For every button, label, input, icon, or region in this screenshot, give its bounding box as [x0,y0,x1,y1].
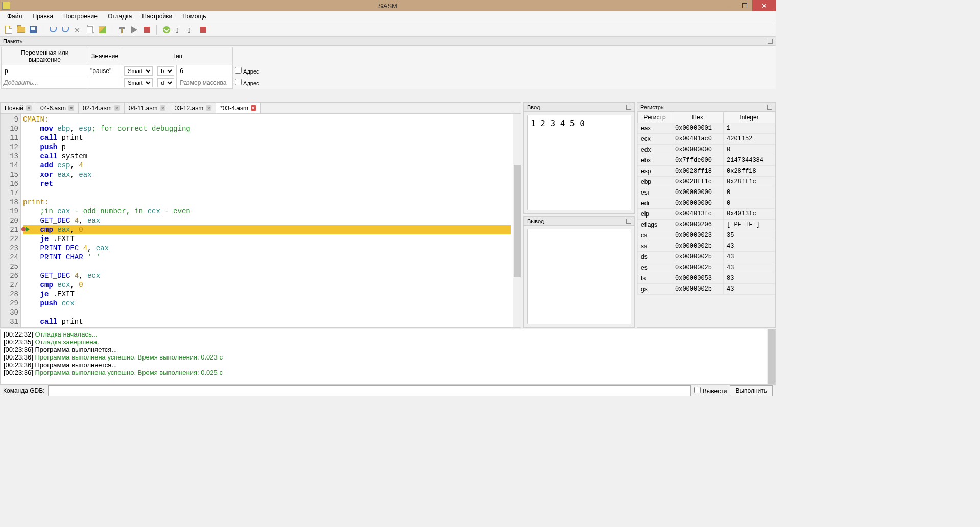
gdb-run-button[interactable]: Выполнить [730,385,773,396]
registers-title: Регистры [640,104,665,110]
menu-2[interactable]: Построение [58,11,103,22]
step-over-button[interactable] [173,24,184,35]
undo-button[interactable] [47,24,59,35]
register-row: eax0x000000011 [638,123,775,134]
reg-header-hex: Hex [672,112,724,123]
register-row: esp0x0028ff180x28ff18 [638,166,775,177]
mem-len-input[interactable] [179,66,230,76]
tab-close-icon[interactable]: ✕ [68,105,74,111]
mem-add-label[interactable]: Добавить... [4,79,38,86]
hammer-icon [118,26,126,33]
dock-icon[interactable] [768,39,773,44]
app-icon [2,2,10,10]
minimize-button[interactable] [722,0,737,11]
tab-close-icon[interactable]: ✕ [251,105,256,111]
mem-header-type: Тип [122,47,233,65]
gdb-input[interactable] [48,385,691,396]
register-row: ebx0x7ffde0002147344384 [638,155,775,166]
editor-scrollbar[interactable] [513,114,521,327]
mem-var-input[interactable] [4,66,86,76]
tools-icon [74,26,81,33]
build-button[interactable] [116,24,128,35]
copy-button[interactable] [84,24,95,35]
memory-panel: Память Переменная или выражение Значение… [0,37,776,89]
step-into-button[interactable] [185,24,197,35]
register-row: edi0x000000000 [638,198,775,209]
register-row: edx0x000000000 [638,145,775,155]
stop-debug-icon [200,27,206,33]
redo-icon [62,27,69,32]
reg-header-reg: Регистр [638,112,672,123]
register-row: ecx0x00401ac04201152 [638,134,775,145]
dock-icon[interactable] [767,105,772,110]
close-button[interactable] [752,0,776,11]
register-row: ds0x0000002b43 [638,252,775,262]
tab-close-icon[interactable]: ✕ [26,105,32,111]
dock-icon[interactable] [626,219,631,224]
mem-sz-select[interactable]: d [157,78,174,87]
mem-addr-checkbox[interactable] [235,67,242,74]
step-over-icon [175,26,182,33]
log-scrollbar[interactable] [767,329,775,384]
editor-gutter[interactable]: 9101112131415161718192021222324252627282… [1,114,21,327]
log-line: [00:23:36] Программа выполняется... [4,346,772,353]
mem-sz-select[interactable]: b [157,66,174,76]
stop-icon [144,27,150,33]
tools-button[interactable] [72,24,83,35]
register-row: fs0x0000005383 [638,273,775,284]
memory-row: "pause" Smart b Адрес [2,65,262,77]
mem-addr-checkbox[interactable] [235,79,242,85]
swap-icon [99,26,106,33]
log-line: [00:23:35] Отладка завершена. [4,338,772,346]
tab-close-icon[interactable]: ✕ [114,105,120,111]
tab-2[interactable]: 02-14.asm✕ [79,103,125,113]
open-button[interactable] [15,24,27,35]
maximize-button[interactable] [737,0,752,11]
output-textarea[interactable] [527,229,631,324]
log-line: [00:23:36] Программа выполняется... [4,361,772,369]
gdb-print-checkbox[interactable] [694,387,701,393]
menu-1[interactable]: Правка [28,11,59,22]
mem-val: "pause" [88,65,122,77]
tab-close-icon[interactable]: ✕ [206,105,211,111]
mem-header-val: Значение [88,47,122,65]
tab-1[interactable]: 04-6.asm✕ [36,103,79,113]
menu-5[interactable]: Помощь [177,11,211,22]
tab-5[interactable]: *03-4.asm✕ [216,103,261,113]
run-button[interactable] [129,24,140,35]
titlebar: SASM [0,0,776,11]
register-row: eip0x004013fc0x4013fc [638,209,775,220]
mem-fmt-select[interactable]: Smart [124,78,153,87]
tab-0[interactable]: Новый✕ [1,103,36,113]
log-line: [00:23:36] Программа выполнена успешно. … [4,369,772,376]
menu-0[interactable]: Файл [2,11,28,22]
memory-title: Память [3,38,22,44]
input-title: Ввод [527,104,540,110]
memory-row: Добавить... Smart d Адрес [2,77,262,89]
step-into-icon [187,26,195,33]
swap-button[interactable] [97,24,108,35]
stop-button[interactable] [141,24,152,35]
save-button[interactable] [28,24,39,35]
app-title: SASM [378,2,397,10]
input-textarea[interactable] [527,115,631,210]
redo-button[interactable] [60,24,71,35]
register-row: cs0x0000002335 [638,230,775,241]
toolbar [0,22,776,37]
tab-close-icon[interactable]: ✕ [160,105,165,111]
register-row: ebp0x0028ff1c0x28ff1c [638,177,775,187]
dock-icon[interactable] [626,105,631,110]
mem-fmt-select[interactable]: Smart [124,66,153,76]
stop-debug-button[interactable] [198,24,209,35]
code-editor[interactable]: CMAIN: mov ebp, esp; for correct debuggi… [21,114,513,327]
new-button[interactable] [3,24,14,35]
menu-4[interactable]: Настройки [137,11,177,22]
tab-3[interactable]: 04-11.asm✕ [125,103,171,113]
gdb-label: Команда GDB: [3,387,45,394]
mem-len-input[interactable] [179,78,230,87]
editor-panel: Новый✕04-6.asm✕02-14.asm✕04-11.asm✕03-12… [0,102,521,328]
tab-4[interactable]: 03-12.asm✕ [170,103,216,113]
menu-3[interactable]: Отладка [103,11,137,22]
debug-button[interactable] [161,24,172,35]
registers-panel: Регистры Регистр Hex Integer eax0x000000… [637,102,776,328]
